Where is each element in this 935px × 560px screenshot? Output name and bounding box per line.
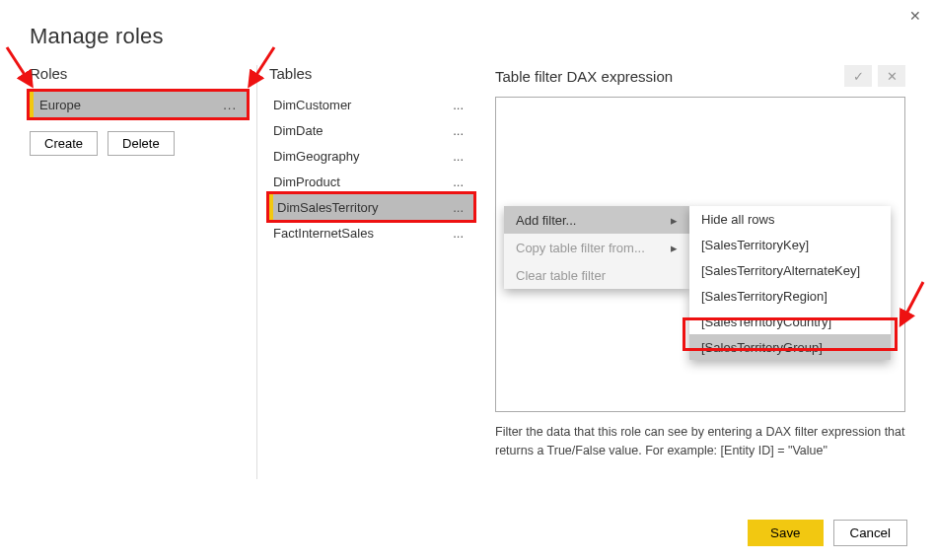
ellipsis-icon[interactable]: ... bbox=[453, 226, 464, 241]
roles-header: Roles bbox=[30, 65, 247, 82]
ellipsis-icon[interactable]: ... bbox=[453, 149, 464, 164]
table-label: DimGeography bbox=[273, 149, 359, 164]
expr-header: Table filter DAX expression bbox=[495, 68, 673, 85]
role-label: Europe bbox=[39, 98, 81, 112]
table-label: DimSalesTerritory bbox=[273, 200, 379, 215]
chevron-right-icon: ▸ bbox=[671, 241, 678, 255]
submenu-item-salesterritoryalternatekey[interactable]: [SalesTerritoryAlternateKey] bbox=[689, 257, 891, 283]
dialog-title: Manage roles bbox=[0, 0, 935, 65]
filter-submenu: Hide all rows[SalesTerritoryKey][SalesTe… bbox=[689, 206, 891, 360]
expr-help-text: Filter the data that this role can see b… bbox=[495, 423, 905, 461]
menu-item-copy-table-filter-from: Copy table filter from...▸ bbox=[504, 234, 689, 261]
chevron-right-icon: ▸ bbox=[671, 213, 678, 228]
submenu-item-salesterritoryregion[interactable]: [SalesTerritoryRegion] bbox=[689, 283, 891, 309]
ellipsis-icon[interactable]: ... bbox=[453, 98, 464, 112]
ellipsis-icon[interactable]: ... bbox=[453, 123, 464, 138]
table-label: FactInternetSales bbox=[273, 226, 374, 241]
role-item-europe[interactable]: Europe ... bbox=[30, 92, 247, 117]
manage-roles-dialog: ✕ Manage roles Roles Europe ... Create D… bbox=[0, 0, 935, 560]
ellipsis-icon[interactable]: ... bbox=[223, 98, 237, 112]
menu-item-label: Add filter... bbox=[516, 213, 576, 228]
ellipsis-icon[interactable]: ... bbox=[453, 175, 464, 189]
accept-expr-button[interactable]: ✓ bbox=[844, 65, 872, 87]
save-button[interactable]: Save bbox=[748, 520, 823, 546]
menu-item-clear-table-filter: Clear table filter bbox=[504, 261, 689, 289]
create-role-button[interactable]: Create bbox=[30, 131, 98, 156]
table-label: DimDate bbox=[273, 123, 324, 138]
cancel-button[interactable]: Cancel bbox=[833, 520, 908, 546]
menu-item-label: Copy table filter from... bbox=[516, 241, 645, 255]
submenu-item-salesterritorykey[interactable]: [SalesTerritoryKey] bbox=[689, 232, 891, 257]
submenu-item-salesterritorygroup[interactable]: [SalesTerritoryGroup] bbox=[689, 334, 891, 360]
table-item-dimproduct[interactable]: DimProduct... bbox=[269, 169, 473, 194]
table-item-dimdate[interactable]: DimDate... bbox=[269, 117, 473, 143]
menu-item-add-filter[interactable]: Add filter...▸ bbox=[504, 206, 689, 234]
table-item-dimgeography[interactable]: DimGeography... bbox=[269, 143, 473, 169]
table-item-dimsalesterritory[interactable]: DimSalesTerritory... bbox=[269, 194, 473, 220]
submenu-item-hide-all-rows[interactable]: Hide all rows bbox=[689, 206, 891, 232]
close-icon[interactable]: ✕ bbox=[905, 6, 925, 26]
ellipsis-icon[interactable]: ... bbox=[453, 200, 464, 215]
discard-expr-button[interactable]: ✕ bbox=[878, 65, 905, 87]
context-menu: Add filter...▸Copy table filter from...▸… bbox=[504, 206, 689, 289]
table-label: DimProduct bbox=[273, 175, 340, 189]
table-item-factinternetsales[interactable]: FactInternetSales... bbox=[269, 220, 473, 245]
submenu-item-salesterritorycountry[interactable]: [SalesTerritoryCountry] bbox=[689, 309, 891, 334]
delete-role-button[interactable]: Delete bbox=[108, 131, 175, 156]
menu-item-label: Clear table filter bbox=[516, 268, 606, 283]
tables-header: Tables bbox=[269, 65, 473, 82]
table-label: DimCustomer bbox=[273, 98, 351, 112]
table-item-dimcustomer[interactable]: DimCustomer... bbox=[269, 92, 473, 117]
